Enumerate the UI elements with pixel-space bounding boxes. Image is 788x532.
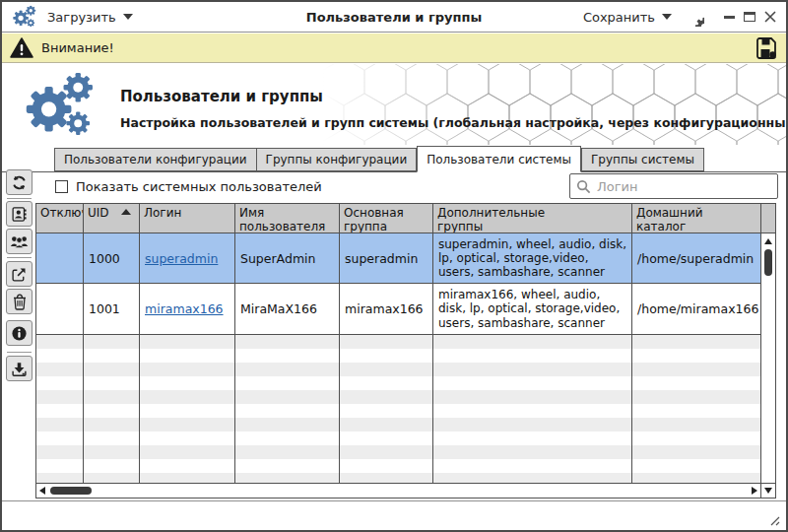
empty-rows-gridlines <box>36 335 760 483</box>
export-arrow-icon <box>11 266 28 283</box>
user-card-icon <box>11 206 28 223</box>
column-header-name[interactable]: Имя пользователя <box>235 204 340 233</box>
column-header-additional-groups[interactable]: Дополнительные группы <box>433 204 632 233</box>
search-icon <box>576 179 591 194</box>
chevron-down-icon <box>662 14 672 20</box>
cell-disabled <box>36 233 84 283</box>
load-menu-label: Загрузить <box>47 10 116 25</box>
scroll-left-button[interactable] <box>36 487 48 495</box>
resize-grip[interactable] <box>768 514 780 526</box>
cell-name: MiraMaX166 <box>235 284 340 334</box>
scroll-down-button[interactable] <box>760 483 775 498</box>
table-row[interactable]: 1000 superadmin SuperAdmin superadmin su… <box>36 233 760 284</box>
maximize-button[interactable] <box>744 12 755 22</box>
horizontal-scrollbar[interactable] <box>36 483 760 498</box>
login-search-input[interactable] <box>597 179 771 194</box>
warning-bar: Внимание! <box>2 33 786 63</box>
status-bar <box>2 500 786 530</box>
info-button[interactable] <box>6 320 33 346</box>
column-header-home[interactable]: Домашний каталог <box>632 204 760 233</box>
app-logo-gears-icon <box>12 4 37 30</box>
cell-uid: 1000 <box>84 233 140 283</box>
page-title: Пользователи и группы <box>120 88 323 105</box>
login-link[interactable]: superadmin <box>145 251 218 266</box>
toolbar-separator <box>7 198 32 199</box>
cell-additional-groups: superadmin, wheel, audio, disk, lp, opti… <box>433 233 632 283</box>
save-menu-label: Сохранить <box>583 10 655 25</box>
trash-icon <box>12 294 28 310</box>
show-system-users-control[interactable]: Показать системных пользователей <box>55 179 322 194</box>
users-group-icon <box>10 233 29 250</box>
save-file-floppy-icon[interactable] <box>755 36 778 60</box>
toolbar-separator <box>7 352 32 353</box>
close-button[interactable] <box>764 11 776 23</box>
load-menu-button[interactable]: Загрузить <box>47 10 133 25</box>
column-header-uid-label: UID <box>88 206 109 220</box>
users-table: Отключ UID Логин Имя пользователя Основн… <box>35 203 776 499</box>
page-header: Пользователи и группы Настройка пользова… <box>2 64 786 145</box>
download-button[interactable] <box>6 356 33 381</box>
vertical-scrollbar-thumb[interactable] <box>764 249 772 276</box>
column-header-disabled[interactable]: Отключ <box>36 204 84 233</box>
save-menu-button[interactable]: Сохранить <box>583 10 672 25</box>
empty-rows-area <box>36 335 760 483</box>
refresh-button[interactable] <box>6 169 33 195</box>
cell-primary-group: miramax166 <box>340 284 433 334</box>
table-row[interactable]: 1001 miramax166 MiraMaX166 miramax166 mi… <box>36 284 760 335</box>
arrow-right-icon <box>752 487 757 495</box>
column-header-login[interactable]: Логин <box>140 204 235 233</box>
page-subtitle: Настройка пользователей и групп системы … <box>120 115 786 130</box>
scroll-right-button[interactable] <box>749 487 760 495</box>
column-header-primary-group[interactable]: Основная группа <box>340 204 433 233</box>
cell-additional-groups: miramax166, wheel, audio, disk, lp, opti… <box>433 284 632 334</box>
page-logo-gears-icon <box>20 68 100 143</box>
tab-bar: Пользователи конфигурации Группы конфигу… <box>2 145 786 172</box>
login-search-box <box>569 173 778 199</box>
column-header-uid[interactable]: UID <box>84 204 140 233</box>
table-header-row: Отключ UID Логин Имя пользователя Основн… <box>36 204 760 233</box>
user-card-button[interactable] <box>6 201 33 227</box>
cell-name: SuperAdmin <box>235 233 340 283</box>
minimize-button[interactable] <box>724 16 735 19</box>
tab-system-groups[interactable]: Группы системы <box>581 148 704 171</box>
cell-disabled <box>36 284 84 334</box>
cell-uid: 1001 <box>84 284 140 334</box>
horizontal-scrollbar-thumb[interactable] <box>50 487 92 495</box>
arrow-down-icon <box>764 488 772 494</box>
table-body: 1000 superadmin SuperAdmin superadmin su… <box>36 233 760 483</box>
show-system-users-checkbox[interactable] <box>55 180 68 193</box>
toolbar-separator <box>7 257 32 258</box>
cell-home: /home/superadmin <box>632 233 760 283</box>
cell-login: miramax166 <box>140 284 235 334</box>
tab-system-users[interactable]: Пользователи системы <box>417 146 581 172</box>
vertical-scrollbar[interactable] <box>760 233 775 483</box>
settings-gear-icon[interactable] <box>686 8 704 27</box>
download-icon <box>11 361 28 377</box>
app-window: Загрузить Пользователи и группы Сохранит… <box>0 0 788 532</box>
table-header-corner <box>760 204 775 233</box>
show-system-users-label: Показать системных пользователей <box>76 179 322 194</box>
hexagon-fade <box>323 64 491 145</box>
info-icon <box>11 325 28 342</box>
cell-home: /home/miramax166 <box>632 284 760 334</box>
chevron-down-icon <box>123 14 133 20</box>
login-link[interactable]: miramax166 <box>145 301 224 316</box>
cell-primary-group: superadmin <box>340 233 433 283</box>
cell-login: superadmin <box>140 233 235 283</box>
tab-config-groups[interactable]: Группы конфигурации <box>257 148 418 171</box>
arrow-left-icon <box>39 487 45 495</box>
refresh-icon <box>11 174 28 191</box>
delete-button[interactable] <box>6 289 33 314</box>
tab-config-users[interactable]: Пользователи конфигурации <box>54 148 257 171</box>
warning-text: Внимание! <box>41 40 114 55</box>
warning-triangle-icon <box>10 37 33 58</box>
arrow-up-icon <box>764 238 772 244</box>
sort-ascending-icon <box>121 209 131 215</box>
scroll-up-button[interactable] <box>761 235 775 247</box>
title-bar: Загрузить Пользователи и группы Сохранит… <box>2 2 786 33</box>
users-group-button[interactable] <box>6 229 33 254</box>
export-button[interactable] <box>6 261 33 287</box>
